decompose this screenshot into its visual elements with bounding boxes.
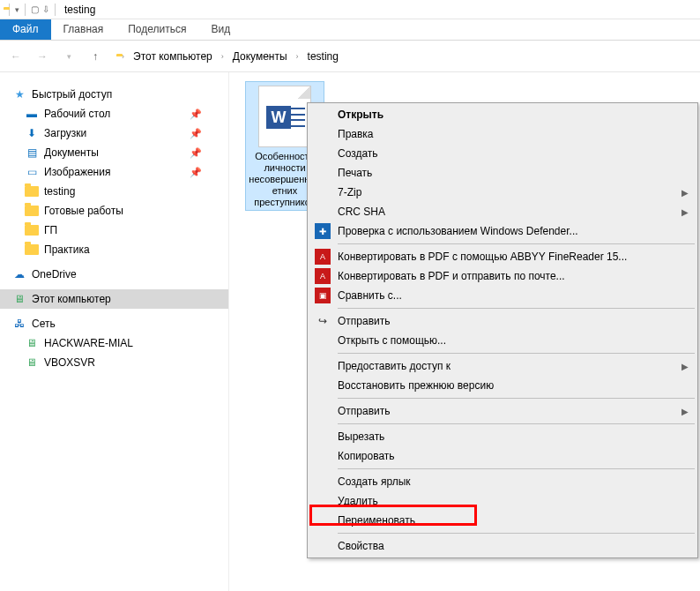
sidebar-testing[interactable]: testing: [0, 182, 228, 201]
menu-openwith[interactable]: Открыть с помощью...: [309, 331, 696, 350]
abbyy-icon: A: [315, 268, 331, 284]
word-document-icon: W: [258, 86, 311, 147]
tab-share[interactable]: Поделиться: [115, 19, 198, 40]
menu-sendto[interactable]: Отправить▶: [309, 401, 696, 421]
sidebar-label: HACKWARE-MIAL: [44, 337, 133, 349]
computer-icon: 🖥: [25, 336, 39, 350]
menu-crcsha[interactable]: CRC SHA▶: [309, 202, 696, 221]
folder-icon: [25, 204, 39, 218]
star-icon: ★: [12, 87, 26, 101]
folder-icon: [25, 243, 39, 257]
menu-7zip[interactable]: 7-Zip▶: [309, 183, 696, 202]
nav-up-icon[interactable]: ↑: [86, 48, 104, 65]
sidebar-documents[interactable]: ▤ Документы 📌: [0, 143, 228, 162]
sidebar-ready[interactable]: Готовые работы: [0, 201, 228, 221]
menu-defender[interactable]: ✚Проверка с использованием Windows Defen…: [309, 221, 696, 241]
menu-separator: [338, 468, 695, 469]
share-icon: ↪: [315, 313, 331, 329]
sidebar-pictures[interactable]: ▭ Изображения 📌: [0, 162, 228, 182]
menu-compare[interactable]: ▣Сравнить с...: [309, 286, 696, 305]
sidebar-gp[interactable]: ГП: [0, 221, 228, 240]
qat-dropdown-icon[interactable]: ▾: [15, 5, 19, 14]
sidebar-label: ГП: [44, 224, 57, 236]
tab-home[interactable]: Главная: [51, 19, 116, 40]
nav-recent-icon[interactable]: ▾: [60, 48, 78, 65]
sidebar-onedrive[interactable]: ☁ OneDrive: [0, 265, 228, 284]
menu-rename[interactable]: Переименовать: [309, 511, 696, 530]
cloud-icon: ☁: [12, 267, 26, 281]
sidebar-label: VBOXSVR: [44, 356, 95, 369]
chevron-right-icon[interactable]: ›: [294, 52, 301, 61]
menu-separator: [338, 423, 695, 424]
menu-restore[interactable]: Восстановить прежнюю версию: [309, 376, 696, 395]
breadcrumb[interactable]: › Этот компьютер › Документы › testing: [113, 46, 693, 67]
menu-delete[interactable]: Удалить: [309, 491, 696, 511]
sidebar-practice[interactable]: Практика: [0, 240, 228, 259]
submenu-arrow-icon: ▶: [681, 207, 689, 217]
menu-print[interactable]: Печать: [309, 163, 696, 183]
sidebar-downloads[interactable]: ⬇ Загрузки 📌: [0, 123, 228, 143]
pictures-icon: ▭: [25, 165, 39, 179]
qat-maximize-icon[interactable]: ▢: [31, 4, 39, 14]
shield-icon: ✚: [315, 223, 331, 239]
pin-icon: 📌: [190, 128, 202, 139]
menu-separator: [338, 243, 695, 244]
sidebar-quick-access[interactable]: ★ Быстрый доступ: [0, 85, 228, 104]
menu-create[interactable]: Создать: [309, 144, 696, 163]
crumb-thispc[interactable]: Этот компьютер: [130, 49, 216, 64]
abbyy-icon: A: [315, 249, 331, 265]
sidebar-this-pc[interactable]: 🖥 Этот компьютер: [0, 289, 228, 309]
crumb-documents[interactable]: Документы: [229, 49, 291, 64]
menu-edit[interactable]: Правка: [309, 124, 696, 144]
menu-properties[interactable]: Свойства: [309, 536, 696, 556]
submenu-arrow-icon: ▶: [681, 188, 689, 198]
tab-view[interactable]: Вид: [198, 19, 242, 40]
menu-copy[interactable]: Копировать: [309, 446, 696, 466]
sidebar-label: Готовые работы: [44, 205, 123, 217]
menu-separator: [338, 533, 695, 534]
nav-bar: ← → ▾ ↑ › Этот компьютер › Документы › t…: [0, 41, 700, 72]
compare-icon: ▣: [315, 288, 331, 303]
sidebar-label: Загрузки: [44, 127, 86, 139]
folder-icon: [25, 184, 39, 198]
tab-file[interactable]: Файл: [0, 19, 51, 40]
nav-back-icon[interactable]: ←: [7, 48, 25, 65]
menu-abbyy-email[interactable]: AКонвертировать в PDF и отправить по поч…: [309, 266, 696, 286]
sidebar-label: OneDrive: [32, 268, 77, 281]
menu-shortcut[interactable]: Создать ярлык: [309, 472, 696, 491]
sidebar-label: Изображения: [44, 166, 110, 178]
folder-icon: [25, 223, 39, 237]
sidebar-desktop[interactable]: ▬ Рабочий стол 📌: [0, 104, 228, 123]
title-bar: ▾ ▢ ⇩ testing: [0, 0, 700, 19]
sidebar-network[interactable]: 🖧 Сеть: [0, 314, 228, 333]
menu-open[interactable]: Открыть: [309, 105, 696, 124]
qat-options-icon[interactable]: ⇩: [42, 4, 49, 14]
menu-grantaccess[interactable]: Предоставить доступ к▶: [309, 356, 696, 376]
menu-separator: [338, 353, 695, 354]
menu-abbyy-convert[interactable]: AКонвертировать в PDF с помощью ABBYY Fi…: [309, 247, 696, 266]
context-menu: Открыть Правка Создать Печать 7-Zip▶ CRC…: [307, 102, 698, 558]
sidebar-vboxsvr[interactable]: 🖥 VBOXSVR: [0, 353, 228, 372]
sidebar-label: Этот компьютер: [32, 293, 111, 305]
sidebar-label: testing: [44, 185, 75, 198]
sidebar-hackware[interactable]: 🖥 HACKWARE-MIAL: [0, 333, 228, 353]
crumb-testing[interactable]: testing: [304, 49, 342, 64]
menu-separator: [338, 308, 695, 309]
sidebar-label: Документы: [44, 146, 99, 159]
desktop-icon: ▬: [25, 107, 39, 121]
pc-icon: 🖥: [12, 292, 26, 306]
nav-forward-icon[interactable]: →: [34, 48, 51, 65]
ribbon-tabs: Файл Главная Поделиться Вид: [0, 19, 700, 41]
menu-cut[interactable]: Вырезать: [309, 427, 696, 446]
navigation-pane: ★ Быстрый доступ ▬ Рабочий стол 📌 ⬇ Загр…: [0, 72, 229, 591]
submenu-arrow-icon: ▶: [681, 362, 689, 371]
chevron-right-icon[interactable]: ›: [220, 52, 226, 61]
pin-icon: 📌: [190, 147, 202, 159]
network-icon: 🖧: [12, 317, 26, 331]
menu-separator: [338, 398, 695, 399]
submenu-arrow-icon: ▶: [681, 407, 689, 416]
menu-send[interactable]: ↪Отправить: [309, 311, 696, 331]
sidebar-label: Практика: [44, 243, 90, 256]
sidebar-label: Сеть: [32, 318, 56, 330]
pin-icon: 📌: [190, 167, 202, 178]
